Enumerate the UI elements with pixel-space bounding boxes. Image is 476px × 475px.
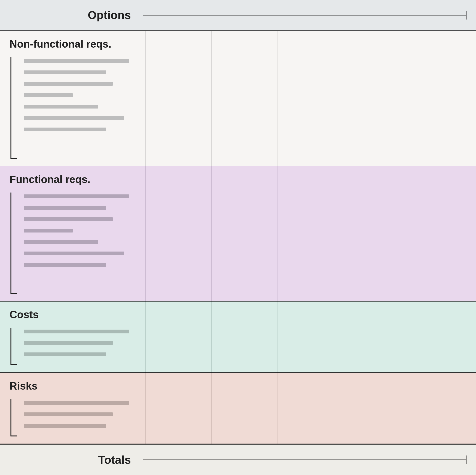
list-item	[24, 116, 124, 120]
totals-rule-line	[143, 459, 466, 460]
totals-footer-row: Totals	[0, 444, 476, 475]
list-item	[24, 240, 98, 244]
list-bracket-icon	[10, 57, 17, 159]
option-column	[211, 302, 277, 372]
list-item	[24, 263, 106, 267]
costs-section: Costs	[0, 302, 476, 373]
list-item	[24, 82, 113, 86]
option-column	[145, 302, 211, 372]
functional-title: Functional reqs.	[10, 173, 138, 185]
costs-option-columns	[145, 302, 476, 372]
costs-left-col: Costs	[0, 302, 145, 372]
list-item	[24, 217, 113, 221]
nonfunctional-option-columns	[145, 31, 476, 166]
risks-title: Risks	[10, 380, 138, 392]
option-column	[344, 373, 410, 443]
risks-list-items	[24, 399, 138, 437]
list-item	[24, 401, 129, 405]
functional-left-col: Functional reqs.	[0, 166, 145, 301]
option-column	[145, 373, 211, 443]
list-item	[24, 105, 98, 108]
list-bracket-icon	[10, 192, 17, 294]
totals-span-indicator	[143, 444, 466, 475]
nonfunctional-left-col: Non-functional reqs.	[0, 31, 145, 166]
risks-option-columns	[145, 373, 476, 443]
list-item	[24, 93, 73, 97]
list-item	[24, 330, 129, 333]
option-column	[277, 31, 344, 166]
option-column	[277, 373, 344, 443]
list-item	[24, 424, 106, 428]
list-item	[24, 59, 129, 63]
functional-section: Functional reqs.	[0, 166, 476, 302]
decision-matrix-diagram: Options Non-functional reqs.	[0, 0, 476, 475]
risks-section: Risks	[0, 373, 476, 444]
nonfunctional-list-wrap	[10, 57, 138, 159]
option-column	[211, 166, 277, 301]
nonfunctional-title: Non-functional reqs.	[10, 38, 138, 50]
options-rule-cap	[466, 11, 466, 19]
functional-list-wrap	[10, 192, 138, 294]
functional-list-items	[24, 192, 138, 294]
list-item	[24, 412, 113, 416]
list-bracket-icon	[10, 399, 17, 437]
list-item	[24, 70, 106, 74]
list-item	[24, 353, 106, 356]
option-column	[410, 302, 476, 372]
option-column	[410, 166, 476, 301]
option-column	[211, 31, 277, 166]
options-span-indicator	[143, 0, 466, 31]
totals-rule-cap	[466, 456, 466, 464]
list-item	[24, 128, 106, 131]
option-column	[410, 31, 476, 166]
option-column	[277, 166, 344, 301]
options-header-row: Options	[0, 0, 476, 31]
option-column	[344, 302, 410, 372]
option-column	[277, 302, 344, 372]
option-column	[344, 166, 410, 301]
nonfunctional-section: Non-functional reqs.	[0, 31, 476, 166]
functional-option-columns	[145, 166, 476, 301]
option-column	[145, 31, 211, 166]
costs-title: Costs	[10, 309, 138, 321]
list-item	[24, 252, 124, 255]
option-column	[211, 373, 277, 443]
risks-list-wrap	[10, 399, 138, 437]
costs-list-wrap	[10, 328, 138, 365]
option-column	[145, 166, 211, 301]
options-rule-line	[143, 15, 466, 16]
option-column	[344, 31, 410, 166]
list-item	[24, 229, 73, 233]
option-column	[410, 373, 476, 443]
list-item	[24, 341, 113, 345]
list-item	[24, 206, 106, 210]
options-header-label: Options	[10, 9, 143, 22]
risks-left-col: Risks	[0, 373, 145, 443]
costs-list-items	[24, 328, 138, 365]
list-bracket-icon	[10, 328, 17, 365]
list-item	[24, 194, 129, 198]
nonfunctional-list-items	[24, 57, 138, 159]
totals-footer-label: Totals	[10, 453, 143, 466]
